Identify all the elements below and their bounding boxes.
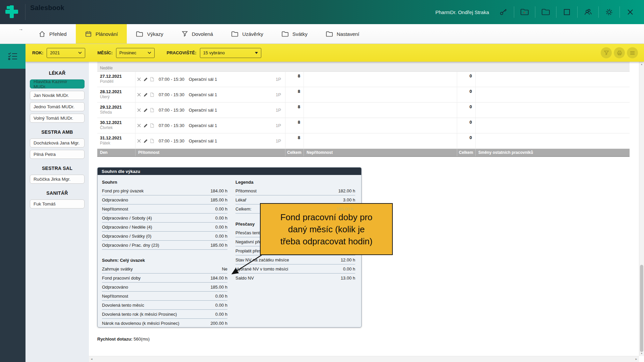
svg-text:N: N <box>523 11 525 14</box>
document-icon[interactable] <box>150 77 154 81</box>
sum-label: Odpracováno / Svátky (0) <box>102 234 151 239</box>
scroll-down-arrow[interactable]: ▼ <box>639 352 644 355</box>
frame-icon[interactable] <box>561 6 573 18</box>
table-row: 31.12.2021 Pátek 07:00 - 15:30 Operační … <box>97 133 630 149</box>
pracoviste-select[interactable]: 15 vybráno <box>200 48 261 58</box>
tab-prehled[interactable]: Přehled <box>30 24 76 44</box>
document-icon[interactable] <box>150 108 154 112</box>
gear-icon[interactable] <box>603 6 615 18</box>
staff-item[interactable]: Fuk Tomáš <box>30 199 85 208</box>
mesic-select[interactable]: Prosinec <box>116 48 155 58</box>
calendar-icon <box>85 31 92 38</box>
present-total: 8 <box>285 87 304 102</box>
user-name: PharmDr. Ondřej Straka <box>435 9 489 15</box>
horizontal-scrollbar[interactable]: ◄ ► <box>89 356 639 362</box>
rok-value: 2021 <box>50 50 78 55</box>
staff-item[interactable]: Hlavička Kazimír MUDr. <box>30 79 85 88</box>
main-content: 26.12.2021 Neděle 27.12.2021 Pondělí <box>89 62 639 356</box>
rok-select[interactable]: 2021 <box>47 48 85 58</box>
row-day: Neděle <box>100 66 113 70</box>
shift-time: 07:00 - 15:30 <box>159 108 184 113</box>
edit-shift-icon[interactable] <box>144 77 148 81</box>
left-rail <box>0 69 25 362</box>
sum-label: Odpracováno / Neděle (4) <box>102 225 152 230</box>
col-header: Směny ostatních pracovníků <box>476 149 630 156</box>
summary-left-column: Souhrn Fond pro plný úvazek184.00 h Odpr… <box>102 175 227 327</box>
sum-label: Fond pro plný úvazek <box>102 188 144 193</box>
staff-item[interactable]: Pilná Petra <box>30 150 85 159</box>
delete-shift-icon[interactable] <box>137 93 141 97</box>
query-speed: Rychlost dotazu: 560(ms) <box>97 337 150 342</box>
ghost-value: 185.00 h <box>336 206 353 212</box>
filter-icon[interactable] <box>601 47 612 58</box>
schedule-table: 26.12.2021 Neděle 27.12.2021 Pondělí <box>97 62 630 157</box>
staff-item[interactable]: Jedno Tomáš MUDr. <box>30 102 85 111</box>
group-title-sanitar: SANITÁŘ <box>25 190 89 196</box>
folder-icon[interactable] <box>540 6 551 18</box>
row-day: Pondělí <box>100 79 135 84</box>
tab-vykazy[interactable]: Výkazy <box>127 24 172 44</box>
folder-icon <box>136 31 143 37</box>
row-day: Čtvrtek <box>100 125 135 130</box>
edit-shift-icon[interactable] <box>144 108 148 112</box>
tab-dovolena[interactable]: Dovolená <box>172 24 222 44</box>
sum-label: Dovolená tento měsíc <box>102 303 144 308</box>
col-header: Nepřítomnost <box>304 149 457 156</box>
key-icon[interactable] <box>498 6 509 18</box>
col-header: Celkem <box>285 149 304 156</box>
close-icon[interactable] <box>625 6 636 18</box>
staff-item[interactable]: Docházková Jana Mgr. <box>30 138 85 147</box>
back-arrow-icon[interactable]: → <box>18 26 23 32</box>
delete-shift-icon[interactable] <box>137 77 141 81</box>
sum-value: 0.00 h <box>215 216 227 221</box>
staff-item[interactable]: Ručička Jirka Mgr. <box>30 175 85 184</box>
rail-checklist-block[interactable] <box>0 44 25 69</box>
vertical-scroll-thumb[interactable] <box>640 265 643 352</box>
tab-label: Dovolená <box>192 31 213 37</box>
users-icon[interactable] <box>582 6 594 18</box>
tab-nastaveni[interactable]: Nastavení <box>317 24 369 44</box>
divider <box>556 6 556 18</box>
shift-actions <box>137 93 155 97</box>
row-date: 29.12.2021 <box>100 104 135 110</box>
sum-label: Odpracováno <box>102 197 128 202</box>
delete-shift-icon[interactable] <box>137 108 141 112</box>
document-icon[interactable] <box>150 123 154 128</box>
delete-shift-icon[interactable] <box>137 124 141 127</box>
shift-place: Operační sál 1 <box>189 138 217 143</box>
table-header-row: Den Přítomnost Celkem Nepřítomnost Celke… <box>97 149 630 157</box>
edit-shift-icon[interactable] <box>144 93 148 97</box>
sum-value: 0.00 h <box>215 312 227 317</box>
annotation-line: Fond pracovní doby pro <box>261 211 392 223</box>
document-icon[interactable] <box>150 93 154 97</box>
tab-planovani[interactable]: Plánování <box>76 24 127 44</box>
section-title: Souhrn <box>102 178 227 186</box>
scroll-up-arrow[interactable]: ▲ <box>639 63 644 65</box>
vertical-scrollbar[interactable]: ▲ ▼ <box>639 62 644 356</box>
group-title-sestra-amb: SESTRA AMB <box>25 129 89 135</box>
shift-actions <box>137 139 155 143</box>
document-icon[interactable] <box>150 139 154 143</box>
folder-icon <box>231 31 238 37</box>
menu-icon[interactable] <box>627 47 638 58</box>
shift-actions <box>137 108 155 112</box>
edit-shift-icon[interactable] <box>144 139 148 143</box>
tab-svatky[interactable]: Svátky <box>272 24 317 44</box>
app-logo-plus-icon[interactable] <box>4 4 19 19</box>
sum-value: 185.00 h <box>210 285 227 290</box>
shift-time: 07:00 - 15:30 <box>159 77 184 82</box>
annotation-arrow <box>223 251 267 280</box>
staff-item[interactable]: Jan Novák MUDr. <box>30 91 85 100</box>
edit-shift-icon[interactable] <box>144 124 148 128</box>
tab-uzaverky[interactable]: Uzávěrky <box>222 24 272 44</box>
col-header: Celkem <box>457 149 476 156</box>
staff-item[interactable]: Volný Tomáš MUDr. <box>30 114 85 123</box>
print-icon[interactable] <box>614 47 625 58</box>
absent-total: 0 <box>457 133 476 148</box>
annotation-line: třeba odpracovat hodin) <box>261 235 392 247</box>
folder-n-icon[interactable]: N <box>519 6 530 18</box>
scroll-right-arrow[interactable]: ► <box>635 358 638 361</box>
delete-shift-icon[interactable] <box>137 139 141 143</box>
folder-icon <box>281 31 289 37</box>
scroll-left-arrow[interactable]: ◄ <box>90 358 93 361</box>
